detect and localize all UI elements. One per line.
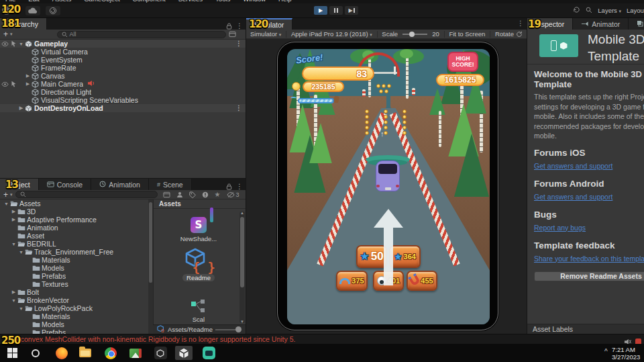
hierarchy-item-main-camera[interactable]: ▶Main Camera	[0, 80, 246, 88]
project-folder-models[interactable]: Models	[0, 320, 148, 328]
project-folder-animation[interactable]: Animation	[0, 224, 148, 232]
pause-button[interactable]	[329, 6, 343, 15]
panel-menu-icon[interactable]: ⋮	[236, 23, 243, 30]
tab-animator[interactable]: Animator	[573, 18, 629, 30]
hierarchy-item-framerate[interactable]: FrameRate	[0, 64, 246, 72]
project-tree-scrollbar[interactable]	[148, 199, 153, 334]
panel-menu-icon[interactable]: ⋮	[517, 20, 524, 27]
fit-to-screen-button[interactable]: Fit to Screen	[449, 30, 485, 38]
game-button-magnet-455[interactable]: 455	[407, 271, 437, 291]
hierarchy-search-input[interactable]: All	[57, 31, 226, 38]
game-button-rainbow-375[interactable]: 375	[336, 271, 368, 291]
asset-readme[interactable]: { }Readme	[168, 246, 229, 281]
project-folder-bolt[interactable]: ▶Bolt	[0, 288, 148, 296]
step-button[interactable]: ▶	[345, 6, 358, 15]
project-folder-prefabs[interactable]: Prefabs	[0, 328, 148, 334]
console-error-message[interactable]: Non-convex MeshCollider with non-kinemat…	[5, 335, 295, 343]
taskbar-start-icon[interactable]	[3, 346, 21, 360]
project-folder-textures[interactable]: Textures	[0, 280, 148, 288]
menu-edit[interactable]: Edit	[28, 0, 39, 3]
project-folder-lowpolyrockpack[interactable]: ▼LowPolyRockPack	[0, 304, 148, 312]
expand-arrow[interactable]: ▶	[10, 209, 17, 214]
hierarchy-item-directional-light[interactable]: Directional Light	[0, 88, 246, 96]
project-folder-3d[interactable]: ▶3D	[0, 208, 148, 216]
remove-readme-assets-button[interactable]: Remove Readme Assets	[534, 271, 644, 281]
taskbar-unity-hub-icon[interactable]	[152, 346, 169, 360]
simulator-mode-dropdown[interactable]: Simulator ▾	[250, 30, 281, 38]
project-folder-models[interactable]: Models	[0, 264, 148, 272]
menu-component[interactable]: Component	[133, 0, 166, 3]
create-button[interactable]: +	[0, 191, 10, 199]
game-button-star-364[interactable]: ★364	[389, 245, 421, 268]
section-link[interactable]: Share your feedback on this template	[534, 255, 644, 263]
search-icon[interactable]	[586, 7, 592, 15]
tab-animation[interactable]: Animation	[91, 179, 149, 190]
section-link[interactable]: Report any bugs	[534, 224, 586, 232]
taskbar-chrome-icon[interactable]	[102, 346, 119, 360]
play-button[interactable]: ▶	[314, 6, 327, 15]
project-folder-prefabs[interactable]: Prefabs	[0, 272, 148, 280]
taskbar-photos-icon[interactable]	[127, 346, 144, 360]
hierarchy-item-eventsystem[interactable]: EventSystem	[0, 56, 246, 64]
item-options-icon[interactable]: ⋮	[235, 40, 242, 47]
expand-arrow[interactable]: ▶	[24, 81, 32, 87]
plastic-scm-icon[interactable]	[46, 6, 60, 15]
hidden-packages-icon[interactable]: 3	[227, 191, 239, 198]
game-screen[interactable]: ↑ ★50★364375401455 Score! 83 235185	[287, 49, 490, 324]
taskbar-explorer-icon[interactable]	[76, 346, 94, 360]
visibility-toggles[interactable]	[0, 81, 17, 87]
scene-picker-icon[interactable]	[229, 28, 236, 40]
section-link[interactable]: Get answers and support	[534, 162, 612, 170]
asset-grid-scrollbar[interactable]: ▲▼	[239, 212, 245, 323]
tab-console[interactable]: Console	[39, 179, 92, 190]
asset-scal[interactable]: Scal	[168, 299, 229, 323]
asset-labels-section[interactable]: Asset Labels	[527, 324, 644, 334]
expand-arrow[interactable]: ▼	[17, 250, 25, 255]
hierarchy-item-gameplay[interactable]: ▼Gameplay⋮	[0, 40, 246, 48]
project-folder-materials[interactable]: Materials	[0, 312, 148, 320]
import-log-icon[interactable]	[202, 189, 209, 201]
scale-slider[interactable]	[402, 34, 427, 35]
menu-services[interactable]: Services	[178, 0, 203, 3]
project-folder-adaptive-performance[interactable]: ▶Adaptive Performance	[0, 216, 148, 224]
search-window-icon[interactable]	[163, 189, 170, 201]
undo-history-icon[interactable]	[573, 6, 580, 15]
favorites-star-icon[interactable]: ★	[215, 191, 221, 198]
game-button-star-50[interactable]: ★50	[356, 245, 387, 268]
project-folder-track-environment-free[interactable]: ▼Track_Environment_Free	[0, 248, 148, 256]
expand-arrow[interactable]: ▶	[24, 73, 32, 79]
visibility-toggles[interactable]	[0, 40, 17, 47]
expand-arrow[interactable]: ▼	[17, 306, 25, 311]
tray-expand-icon[interactable]: ^	[604, 348, 608, 355]
hierarchy-item-canvas[interactable]: ▶Canvas	[0, 72, 246, 80]
search-by-label-icon[interactable]	[189, 189, 196, 201]
menu-assets[interactable]: Assets	[52, 0, 72, 3]
expand-arrow[interactable]: ▼	[10, 298, 17, 303]
item-options-icon[interactable]: ⋮	[235, 105, 242, 111]
rotate-button[interactable]: Rotate	[495, 30, 523, 38]
project-folder-asset[interactable]: Asset	[0, 232, 148, 240]
hierarchy-item-dontdestroyonload[interactable]: ▶DontDestroyOnLoad⋮	[0, 104, 246, 112]
expand-arrow[interactable]: ▼	[10, 242, 17, 246]
cloud-icon[interactable]	[25, 6, 40, 15]
menu-window[interactable]: Window	[243, 0, 266, 3]
create-button[interactable]: +	[0, 30, 10, 38]
project-search-input[interactable]	[15, 191, 158, 198]
expand-arrow[interactable]: ▼	[17, 42, 25, 46]
taskbar-unity-editor-icon[interactable]	[175, 346, 193, 360]
section-link[interactable]: Get answers and support	[534, 193, 612, 201]
thumbnail-size-slider[interactable]	[215, 329, 241, 330]
menu-gameobject[interactable]: GameObject	[84, 0, 119, 3]
project-folder-brokenvector[interactable]: ▼BrokenVector	[0, 296, 148, 304]
tab-occlusion[interactable]: Occlusion	[629, 18, 644, 30]
expand-arrow[interactable]: ▶	[10, 289, 17, 295]
taskbar-clock[interactable]: 7:21 AM 3/27/2023	[612, 346, 644, 361]
expand-arrow[interactable]: ▼	[3, 201, 10, 206]
project-folder-bedrill[interactable]: ▼BEDRILL	[0, 240, 148, 248]
project-folder-assets[interactable]: ▼Assets	[0, 199, 148, 208]
project-folder-materials[interactable]: Materials	[0, 256, 148, 264]
menu-tools[interactable]: Tools	[215, 0, 230, 3]
menu-help[interactable]: Help	[278, 0, 292, 3]
status-bar[interactable]: Non-convex MeshCollider with non-kinemat…	[0, 334, 644, 344]
expand-arrow[interactable]: ▶	[17, 105, 25, 111]
